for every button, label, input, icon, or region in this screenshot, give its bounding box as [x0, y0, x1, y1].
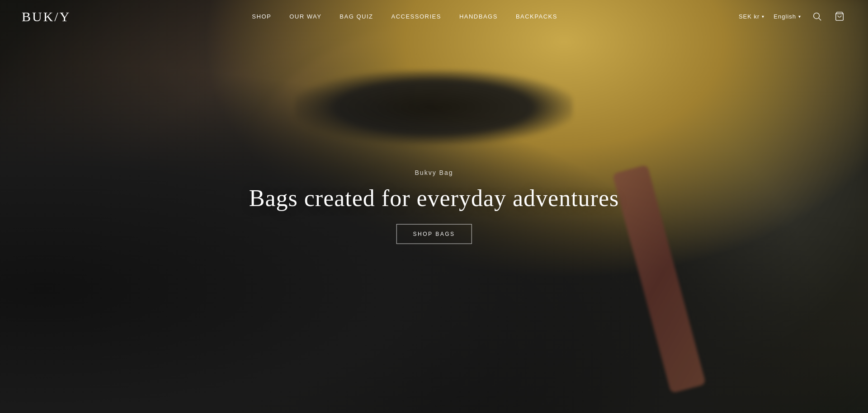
svg-line-1: [819, 18, 821, 20]
search-icon: [812, 11, 822, 21]
sunglasses-detail: [295, 70, 573, 145]
nav-item-bag-quiz[interactable]: BAG QUIZ: [340, 13, 373, 20]
currency-label: SEK kr: [739, 13, 760, 20]
site-header: BUK/Y SHOP OUR WAY BAG QUIZ ACCESSORIES …: [0, 0, 868, 33]
site-logo[interactable]: BUK/Y: [22, 9, 71, 23]
language-label: English: [774, 13, 796, 20]
search-button[interactable]: [810, 9, 824, 23]
cart-button[interactable]: [833, 9, 846, 23]
nav-item-backpacks[interactable]: BACKPACKS: [516, 13, 557, 20]
language-selector[interactable]: English ▾: [774, 13, 801, 20]
currency-chevron-icon: ▾: [762, 14, 764, 19]
nav-item-handbags[interactable]: HANDBAGS: [459, 13, 498, 20]
hero-content: Bukvy Bag Bags created for everyday adve…: [249, 169, 619, 244]
hero-section: Bukvy Bag Bags created for everyday adve…: [0, 0, 868, 413]
nav-item-shop[interactable]: SHOP: [252, 13, 271, 20]
hero-subtitle: Bukvy Bag: [415, 169, 453, 176]
hero-title: Bags created for everyday adventures: [249, 184, 619, 212]
cart-icon: [835, 11, 844, 21]
logo-text: BUK/Y: [22, 9, 71, 24]
main-nav: SHOP OUR WAY BAG QUIZ ACCESSORIES HANDBA…: [252, 13, 557, 20]
currency-selector[interactable]: SEK kr ▾: [739, 13, 764, 20]
nav-item-our-way[interactable]: OUR WAY: [289, 13, 321, 20]
nav-item-accessories[interactable]: ACCESSORIES: [391, 13, 441, 20]
shop-bags-button[interactable]: SHOP BAGS: [396, 224, 472, 244]
svg-point-0: [814, 13, 820, 19]
language-chevron-icon: ▾: [798, 14, 801, 19]
header-right: SEK kr ▾ English ▾: [739, 9, 846, 23]
